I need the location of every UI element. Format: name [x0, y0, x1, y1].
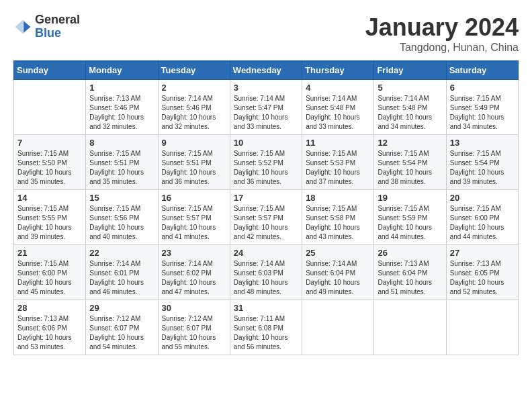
- day-info: Sunrise: 7:14 AM Sunset: 6:04 PM Dayligh…: [306, 259, 370, 297]
- calendar-cell: 17Sunrise: 7:15 AM Sunset: 5:57 PM Dayli…: [230, 190, 302, 245]
- weekday-header: Friday: [374, 61, 446, 80]
- day-info: Sunrise: 7:11 AM Sunset: 6:08 PM Dayligh…: [234, 314, 298, 352]
- day-number: 29: [89, 303, 154, 313]
- calendar-week-row: 7Sunrise: 7:15 AM Sunset: 5:50 PM Daylig…: [14, 135, 519, 190]
- day-info: Sunrise: 7:13 AM Sunset: 6:04 PM Dayligh…: [378, 259, 442, 297]
- calendar-cell: 30Sunrise: 7:12 AM Sunset: 6:07 PM Dayli…: [158, 300, 230, 355]
- weekday-header: Thursday: [302, 61, 374, 80]
- calendar-cell: 31Sunrise: 7:11 AM Sunset: 6:08 PM Dayli…: [230, 300, 302, 355]
- calendar-cell: 8Sunrise: 7:15 AM Sunset: 5:51 PM Daylig…: [86, 135, 158, 190]
- day-number: 4: [306, 83, 370, 93]
- day-info: Sunrise: 7:14 AM Sunset: 5:46 PM Dayligh…: [162, 94, 226, 132]
- day-info: Sunrise: 7:15 AM Sunset: 5:49 PM Dayligh…: [450, 94, 515, 132]
- day-number: 21: [17, 248, 82, 258]
- day-info: Sunrise: 7:15 AM Sunset: 5:57 PM Dayligh…: [162, 204, 226, 242]
- svg-marker-1: [24, 21, 30, 32]
- calendar-cell: 7Sunrise: 7:15 AM Sunset: 5:50 PM Daylig…: [14, 135, 86, 190]
- location: Tangdong, Hunan, China: [365, 42, 519, 54]
- day-number: 28: [17, 303, 82, 313]
- day-number: 16: [162, 193, 226, 203]
- weekday-header: Wednesday: [230, 61, 302, 80]
- calendar-cell: 24Sunrise: 7:14 AM Sunset: 6:03 PM Dayli…: [230, 245, 302, 300]
- weekday-header: Monday: [86, 61, 158, 80]
- calendar-cell: 5Sunrise: 7:14 AM Sunset: 5:48 PM Daylig…: [374, 80, 446, 135]
- calendar-week-row: 21Sunrise: 7:15 AM Sunset: 6:00 PM Dayli…: [14, 245, 519, 300]
- calendar-cell: 21Sunrise: 7:15 AM Sunset: 6:00 PM Dayli…: [14, 245, 86, 300]
- calendar-cell: 28Sunrise: 7:13 AM Sunset: 6:06 PM Dayli…: [14, 300, 86, 355]
- calendar-cell: 20Sunrise: 7:15 AM Sunset: 6:00 PM Dayli…: [446, 190, 518, 245]
- calendar-cell: 4Sunrise: 7:14 AM Sunset: 5:48 PM Daylig…: [302, 80, 374, 135]
- day-number: 8: [89, 138, 154, 148]
- calendar-cell: 2Sunrise: 7:14 AM Sunset: 5:46 PM Daylig…: [158, 80, 230, 135]
- day-number: 26: [378, 248, 442, 258]
- day-info: Sunrise: 7:15 AM Sunset: 6:00 PM Dayligh…: [450, 204, 515, 242]
- day-number: 23: [162, 248, 226, 258]
- day-info: Sunrise: 7:15 AM Sunset: 6:00 PM Dayligh…: [17, 259, 82, 297]
- calendar-week-row: 1Sunrise: 7:13 AM Sunset: 5:46 PM Daylig…: [14, 80, 519, 135]
- calendar-cell: [374, 300, 446, 355]
- calendar-cell: 14Sunrise: 7:15 AM Sunset: 5:55 PM Dayli…: [14, 190, 86, 245]
- calendar-cell: 26Sunrise: 7:13 AM Sunset: 6:04 PM Dayli…: [374, 245, 446, 300]
- day-number: 27: [450, 248, 515, 258]
- day-info: Sunrise: 7:15 AM Sunset: 5:59 PM Dayligh…: [378, 204, 442, 242]
- day-number: 24: [234, 248, 298, 258]
- day-info: Sunrise: 7:15 AM Sunset: 5:56 PM Dayligh…: [89, 204, 154, 242]
- day-info: Sunrise: 7:14 AM Sunset: 5:47 PM Dayligh…: [234, 94, 298, 132]
- day-number: 30: [162, 303, 226, 313]
- day-info: Sunrise: 7:14 AM Sunset: 5:48 PM Dayligh…: [378, 94, 442, 132]
- logo-icon: [13, 17, 32, 36]
- title-area: January 2024 Tangdong, Hunan, China: [365, 13, 519, 54]
- calendar-cell: 3Sunrise: 7:14 AM Sunset: 5:47 PM Daylig…: [230, 80, 302, 135]
- day-info: Sunrise: 7:14 AM Sunset: 6:03 PM Dayligh…: [234, 259, 298, 297]
- day-number: 19: [378, 193, 442, 203]
- page-header: General Blue January 2024 Tangdong, Huna…: [13, 13, 519, 54]
- calendar-cell: [446, 300, 518, 355]
- day-number: 1: [89, 83, 154, 93]
- day-number: 6: [450, 83, 515, 93]
- day-number: 20: [450, 193, 515, 203]
- day-info: Sunrise: 7:14 AM Sunset: 6:01 PM Dayligh…: [89, 259, 154, 297]
- weekday-header: Sunday: [14, 61, 86, 80]
- day-info: Sunrise: 7:12 AM Sunset: 6:07 PM Dayligh…: [89, 314, 154, 352]
- day-number: 10: [234, 138, 298, 148]
- calendar-cell: 19Sunrise: 7:15 AM Sunset: 5:59 PM Dayli…: [374, 190, 446, 245]
- day-number: 13: [450, 138, 515, 148]
- logo: General Blue: [13, 13, 80, 40]
- day-number: 17: [234, 193, 298, 203]
- day-info: Sunrise: 7:13 AM Sunset: 5:46 PM Dayligh…: [89, 94, 154, 132]
- day-info: Sunrise: 7:14 AM Sunset: 6:02 PM Dayligh…: [162, 259, 226, 297]
- calendar-week-row: 14Sunrise: 7:15 AM Sunset: 5:55 PM Dayli…: [14, 190, 519, 245]
- day-info: Sunrise: 7:12 AM Sunset: 6:07 PM Dayligh…: [162, 314, 226, 352]
- day-number: 31: [234, 303, 298, 313]
- day-info: Sunrise: 7:15 AM Sunset: 5:52 PM Dayligh…: [234, 149, 298, 187]
- day-info: Sunrise: 7:15 AM Sunset: 5:53 PM Dayligh…: [306, 149, 370, 187]
- logo-general: General: [35, 13, 80, 27]
- day-info: Sunrise: 7:15 AM Sunset: 5:51 PM Dayligh…: [89, 149, 154, 187]
- day-number: 14: [17, 193, 82, 203]
- calendar-cell: 23Sunrise: 7:14 AM Sunset: 6:02 PM Dayli…: [158, 245, 230, 300]
- day-number: 15: [89, 193, 154, 203]
- weekday-header: Saturday: [446, 61, 518, 80]
- calendar-cell: 16Sunrise: 7:15 AM Sunset: 5:57 PM Dayli…: [158, 190, 230, 245]
- day-info: Sunrise: 7:15 AM Sunset: 5:55 PM Dayligh…: [17, 204, 82, 242]
- day-info: Sunrise: 7:13 AM Sunset: 6:05 PM Dayligh…: [450, 259, 515, 297]
- day-info: Sunrise: 7:15 AM Sunset: 5:54 PM Dayligh…: [378, 149, 442, 187]
- calendar-table: SundayMondayTuesdayWednesdayThursdayFrid…: [13, 60, 519, 355]
- calendar-cell: 6Sunrise: 7:15 AM Sunset: 5:49 PM Daylig…: [446, 80, 518, 135]
- day-info: Sunrise: 7:15 AM Sunset: 5:58 PM Dayligh…: [306, 204, 370, 242]
- day-number: 7: [17, 138, 82, 148]
- calendar-cell: 15Sunrise: 7:15 AM Sunset: 5:56 PM Dayli…: [86, 190, 158, 245]
- calendar-cell: 18Sunrise: 7:15 AM Sunset: 5:58 PM Dayli…: [302, 190, 374, 245]
- day-info: Sunrise: 7:14 AM Sunset: 5:48 PM Dayligh…: [306, 94, 370, 132]
- calendar-cell: [14, 80, 86, 135]
- day-number: 2: [162, 83, 226, 93]
- calendar-cell: 27Sunrise: 7:13 AM Sunset: 6:05 PM Dayli…: [446, 245, 518, 300]
- calendar-cell: 10Sunrise: 7:15 AM Sunset: 5:52 PM Dayli…: [230, 135, 302, 190]
- calendar-cell: 12Sunrise: 7:15 AM Sunset: 5:54 PM Dayli…: [374, 135, 446, 190]
- weekday-header-row: SundayMondayTuesdayWednesdayThursdayFrid…: [14, 61, 519, 80]
- calendar-cell: 29Sunrise: 7:12 AM Sunset: 6:07 PM Dayli…: [86, 300, 158, 355]
- day-info: Sunrise: 7:15 AM Sunset: 5:50 PM Dayligh…: [17, 149, 82, 187]
- day-number: 12: [378, 138, 442, 148]
- calendar-cell: 25Sunrise: 7:14 AM Sunset: 6:04 PM Dayli…: [302, 245, 374, 300]
- day-number: 9: [162, 138, 226, 148]
